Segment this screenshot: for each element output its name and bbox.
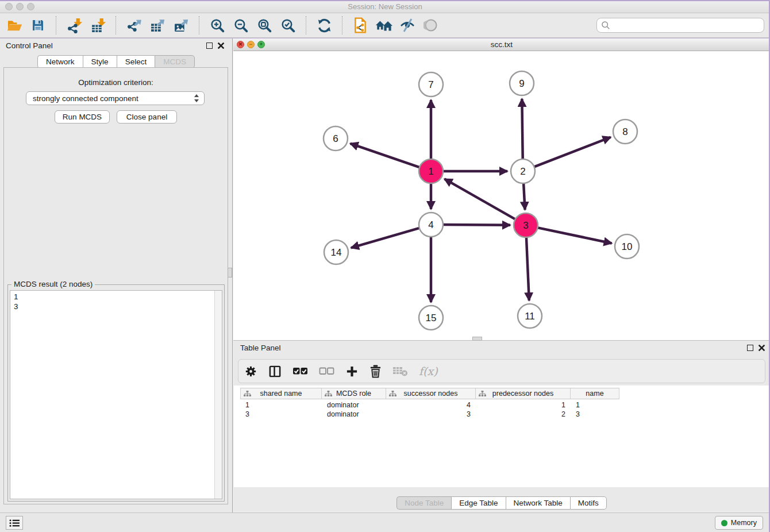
criterion-dropdown[interactable]: strongly connected component bbox=[26, 91, 205, 105]
tab-style[interactable]: Style bbox=[83, 55, 117, 68]
cell-predecessor-nodes[interactable]: 1 bbox=[476, 400, 571, 410]
table-settings-icon[interactable] bbox=[244, 363, 257, 380]
table-row[interactable]: 3dominator323 bbox=[240, 410, 619, 419]
run-mcds-button[interactable]: Run MCDS bbox=[55, 110, 110, 124]
table-row[interactable]: 1dominator411 bbox=[240, 400, 619, 410]
table-panel-tabs: Node TableEdge TableNetwork TableMotifs bbox=[233, 496, 770, 510]
float-table-panel-icon[interactable] bbox=[747, 345, 753, 351]
column-header-successor-nodes[interactable]: successor nodes bbox=[386, 388, 476, 399]
search-field[interactable] bbox=[596, 18, 764, 33]
cell-successor-nodes[interactable]: 4 bbox=[386, 400, 476, 410]
tab-select[interactable]: Select bbox=[117, 55, 155, 68]
save-session-icon[interactable] bbox=[29, 17, 47, 34]
edge-3-10[interactable] bbox=[537, 228, 612, 244]
first-neighbors-icon[interactable] bbox=[375, 17, 392, 34]
apply-layout-icon[interactable] bbox=[315, 17, 333, 34]
edge-2-9[interactable] bbox=[522, 99, 522, 160]
hide-selected-icon[interactable] bbox=[399, 17, 416, 34]
node-7[interactable]: 7 bbox=[419, 72, 443, 97]
node-1[interactable]: 1 bbox=[419, 159, 443, 183]
edge-4-14[interactable] bbox=[351, 228, 421, 248]
close-table-panel-icon[interactable] bbox=[758, 344, 765, 352]
node-6[interactable]: 6 bbox=[324, 126, 348, 151]
show-all-icon[interactable] bbox=[422, 17, 440, 34]
node-4[interactable]: 4 bbox=[419, 213, 443, 237]
select-all-icon[interactable] bbox=[292, 363, 308, 380]
node-10[interactable]: 10 bbox=[615, 234, 639, 259]
cell-mcds-role[interactable]: dominator bbox=[322, 400, 386, 410]
close-panel-icon[interactable] bbox=[217, 42, 225, 49]
edge-2-8[interactable] bbox=[533, 137, 611, 167]
column-header-mcds-role[interactable]: MCDS role bbox=[322, 388, 386, 399]
edge-3-1[interactable] bbox=[444, 179, 516, 219]
edge-1-6[interactable] bbox=[351, 144, 421, 168]
deselect-all-icon[interactable] bbox=[319, 363, 334, 380]
search-input[interactable] bbox=[613, 21, 760, 30]
mcds-result-title: MCDS result (2 nodes) bbox=[11, 280, 95, 288]
tab-mcds[interactable]: MCDS bbox=[155, 55, 195, 68]
node-14[interactable]: 14 bbox=[324, 240, 348, 264]
cell-name[interactable]: 3 bbox=[571, 410, 619, 419]
result-scrollbar[interactable] bbox=[214, 291, 222, 499]
import-network-icon[interactable] bbox=[66, 17, 83, 34]
delete-table-icon[interactable] bbox=[392, 363, 408, 380]
network-canvas[interactable]: 7968124314101511 bbox=[233, 51, 770, 340]
cell-shared-name[interactable]: 3 bbox=[240, 410, 322, 419]
tab-network-table[interactable]: Network Table bbox=[506, 496, 570, 510]
splitter-grip-horizontal[interactable] bbox=[472, 337, 482, 341]
edge-2-3[interactable] bbox=[523, 182, 525, 210]
tab-node-table[interactable]: Node Table bbox=[396, 496, 451, 510]
network-window-titlebar[interactable]: ✕ − + scc.txt bbox=[233, 38, 770, 51]
zoom-fit-icon[interactable] bbox=[256, 17, 273, 34]
delete-column-icon[interactable] bbox=[369, 363, 382, 380]
column-label: name bbox=[586, 390, 603, 398]
toolbar-separator bbox=[342, 16, 342, 34]
float-panel-icon[interactable] bbox=[206, 43, 213, 49]
task-history-button[interactable] bbox=[6, 516, 23, 530]
tab-edge-table[interactable]: Edge Table bbox=[451, 496, 505, 510]
new-network-icon[interactable] bbox=[352, 17, 369, 34]
export-network-icon[interactable] bbox=[125, 17, 143, 34]
edge-4-3[interactable] bbox=[442, 225, 510, 225]
splitter-grip-vertical[interactable] bbox=[228, 268, 232, 277]
node-11[interactable]: 11 bbox=[518, 304, 542, 328]
cell-predecessor-nodes[interactable]: 2 bbox=[476, 410, 571, 419]
node-2[interactable]: 2 bbox=[511, 159, 535, 183]
tab-motifs[interactable]: Motifs bbox=[570, 496, 607, 510]
svg-text:6: 6 bbox=[333, 133, 338, 144]
column-header-name[interactable]: name bbox=[571, 388, 619, 399]
cell-shared-name[interactable]: 1 bbox=[240, 400, 322, 410]
node-9[interactable]: 9 bbox=[510, 71, 534, 95]
import-table-icon[interactable] bbox=[89, 17, 106, 34]
column-layout-icon[interactable] bbox=[268, 363, 282, 380]
svg-text:11: 11 bbox=[525, 311, 535, 322]
node-3[interactable]: 3 bbox=[514, 213, 538, 237]
close-panel-button[interactable]: Close panel bbox=[117, 110, 177, 124]
edge-3-11[interactable] bbox=[526, 236, 529, 300]
node-8[interactable]: 8 bbox=[613, 119, 637, 144]
mcds-panel: Optimization criterion: strongly connect… bbox=[3, 67, 228, 504]
tab-network[interactable]: Network bbox=[37, 55, 83, 68]
function-builder-icon[interactable]: f(x) bbox=[419, 363, 438, 380]
add-column-icon[interactable] bbox=[345, 363, 359, 380]
panel-splitter[interactable] bbox=[232, 38, 233, 512]
column-header-shared-name[interactable]: shared name bbox=[240, 388, 322, 399]
svg-text:14: 14 bbox=[331, 247, 342, 258]
column-header-predecessor-nodes[interactable]: predecessor nodes bbox=[476, 388, 571, 399]
zoom-in-icon[interactable] bbox=[209, 17, 226, 34]
zoom-selected-icon[interactable] bbox=[279, 17, 297, 34]
cell-mcds-role[interactable]: dominator bbox=[322, 410, 386, 419]
cell-name[interactable]: 1 bbox=[571, 400, 619, 410]
zoom-out-icon[interactable] bbox=[232, 17, 249, 34]
node-table-rows: 1dominator4113dominator323 bbox=[240, 400, 619, 419]
open-file-icon[interactable] bbox=[6, 17, 23, 34]
node-15[interactable]: 15 bbox=[419, 306, 443, 330]
export-image-icon[interactable] bbox=[172, 17, 190, 34]
window-focus-border-top bbox=[0, 0, 770, 1]
svg-text:10: 10 bbox=[622, 241, 633, 252]
mcds-result-list[interactable]: 1 3 bbox=[10, 290, 222, 499]
memory-button[interactable]: Memory bbox=[715, 516, 763, 530]
cell-successor-nodes[interactable]: 3 bbox=[386, 410, 476, 419]
export-table-icon[interactable] bbox=[149, 17, 166, 34]
control-panel-header: Control Panel bbox=[0, 38, 232, 53]
